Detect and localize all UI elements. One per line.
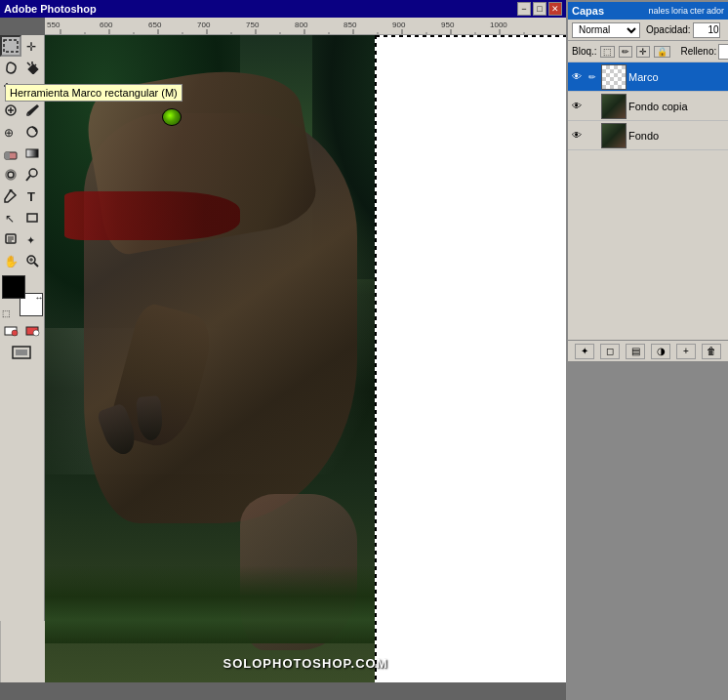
lasso-tool[interactable] bbox=[0, 57, 21, 78]
layer-effects-icon[interactable]: ✦ bbox=[575, 344, 594, 359]
pen-tool[interactable] bbox=[0, 185, 21, 207]
relleno-input[interactable] bbox=[718, 44, 728, 60]
layers-blend-opacity-row: Normal Opacidad: bbox=[568, 20, 728, 41]
eye-icon-fondo-copia[interactable]: 👁 bbox=[570, 100, 584, 113]
text-tool[interactable]: T bbox=[21, 185, 43, 207]
screen-mode-button[interactable] bbox=[0, 342, 43, 363]
foreground-color-swatch[interactable] bbox=[2, 275, 25, 299]
layer-name-fondo: Fondo bbox=[628, 130, 726, 142]
maximize-button[interactable]: □ bbox=[533, 2, 546, 16]
delete-layer-icon[interactable]: 🗑 bbox=[702, 344, 721, 359]
blok-label: Bloq.: bbox=[572, 46, 597, 57]
tool-row-7 bbox=[0, 164, 44, 185]
quick-mask-on[interactable] bbox=[21, 320, 43, 342]
layer-item-fondo[interactable]: 👁 Fondo bbox=[568, 121, 728, 150]
quick-mask-off-icon bbox=[3, 324, 19, 338]
marquee-tool[interactable] bbox=[0, 35, 21, 57]
heal-tool[interactable] bbox=[0, 100, 21, 121]
layers-tab-cter[interactable]: cter bbox=[690, 6, 705, 16]
screen-mode-icon bbox=[11, 345, 32, 360]
eraser-tool[interactable] bbox=[0, 143, 21, 164]
opacity-label: Opacidad: bbox=[646, 24, 691, 35]
brush-icon-fondo bbox=[586, 129, 599, 143]
minimize-button[interactable]: − bbox=[517, 2, 531, 16]
layer-name-marco: Marco bbox=[628, 71, 726, 83]
dino-jaw bbox=[64, 191, 240, 240]
selection-area bbox=[376, 35, 566, 682]
color-swatches[interactable]: ↔ ⬚ bbox=[2, 275, 43, 316]
lock-all-icon[interactable]: 🔒 bbox=[654, 46, 670, 58]
layer-group-icon[interactable]: ▤ bbox=[626, 344, 645, 359]
gradient-tool[interactable] bbox=[21, 143, 43, 164]
layer-mask-icon[interactable]: ◻ bbox=[600, 344, 620, 359]
color-sample-tool[interactable]: ✦ bbox=[21, 228, 43, 250]
blend-mode-dropdown[interactable]: Normal bbox=[572, 22, 640, 38]
lock-transparent-icon[interactable]: ⬚ bbox=[600, 46, 615, 58]
tool-row-11: ✋ bbox=[0, 250, 44, 271]
tool-row-9: ↖ bbox=[0, 207, 44, 228]
layer-adjustment-icon[interactable]: ◑ bbox=[651, 344, 670, 359]
svg-text:950: 950 bbox=[441, 21, 455, 29]
layer-name-fondo-copia: Fondo copia bbox=[628, 101, 726, 112]
brush-icon-fondo-copia bbox=[586, 100, 599, 113]
svg-text:750: 750 bbox=[246, 21, 260, 29]
close-button[interactable]: ✕ bbox=[548, 2, 562, 16]
lasso-icon bbox=[3, 61, 19, 74]
tool-row-4 bbox=[0, 100, 44, 121]
swap-colors-icon[interactable]: ↔ bbox=[35, 293, 43, 301]
brush-tool[interactable] bbox=[21, 100, 43, 121]
layer-item-fondo-copia[interactable]: 👁 Fondo copia bbox=[568, 92, 728, 121]
eye-icon-marco[interactable]: 👁 bbox=[570, 70, 584, 84]
watermark: SOLOPHOTOSHOP.COM bbox=[223, 656, 388, 671]
tool-row-5: ⊕ bbox=[0, 121, 44, 143]
opacity-input[interactable] bbox=[693, 22, 720, 38]
lock-position-icon[interactable]: ✛ bbox=[636, 46, 650, 58]
ground-grass bbox=[45, 565, 377, 643]
selection-border-top bbox=[376, 35, 566, 37]
magic-wand-tool[interactable] bbox=[21, 57, 43, 78]
tool-row-mask bbox=[0, 320, 44, 342]
history-brush-icon bbox=[24, 125, 40, 139]
bottom-gray-panel bbox=[566, 361, 728, 700]
path-select-tool[interactable]: ↖ bbox=[0, 207, 21, 228]
layers-tab-ador[interactable]: ador bbox=[707, 6, 724, 16]
default-colors-icon[interactable]: ⬚ bbox=[2, 309, 10, 316]
marquee-icon bbox=[3, 39, 19, 53]
lock-image-icon[interactable]: ✏ bbox=[619, 46, 632, 58]
ruler-top-svg: 550 600 650 700 750 800 850 900 950 1000 bbox=[45, 18, 566, 35]
clone-tool[interactable]: ⊕ bbox=[0, 121, 21, 143]
svg-text:600: 600 bbox=[100, 21, 113, 29]
pen-icon bbox=[3, 189, 19, 203]
selection-border-left bbox=[375, 35, 377, 682]
dodge-icon bbox=[24, 168, 40, 182]
notes-icon bbox=[3, 232, 19, 246]
new-layer-icon[interactable]: + bbox=[676, 344, 696, 359]
dodge-tool[interactable] bbox=[21, 164, 43, 185]
heal-icon bbox=[3, 103, 19, 117]
hand-tool[interactable]: ✋ bbox=[0, 250, 21, 271]
quick-mask-on-icon bbox=[24, 324, 40, 338]
layer-thumb-fondo bbox=[601, 123, 627, 148]
eye-icon-fondo[interactable]: 👁 bbox=[570, 129, 584, 143]
svg-rect-61 bbox=[27, 214, 37, 222]
notes-tool[interactable] bbox=[0, 228, 21, 250]
history-brush-tool[interactable] bbox=[21, 121, 43, 143]
app-title-bar: Adobe Photoshop − □ ✕ bbox=[0, 0, 566, 18]
layers-tab-loria[interactable]: loria bbox=[671, 6, 688, 16]
layer-item-marco[interactable]: 👁 ✏ Marco bbox=[568, 62, 728, 92]
shape-tool[interactable] bbox=[21, 207, 43, 228]
svg-text:↖: ↖ bbox=[5, 212, 15, 225]
svg-rect-53 bbox=[26, 149, 38, 157]
blur-tool[interactable] bbox=[0, 164, 21, 185]
svg-text:700: 700 bbox=[197, 21, 211, 29]
app-title: Adobe Photoshop bbox=[4, 3, 97, 15]
zoom-tool[interactable] bbox=[21, 250, 43, 271]
svg-text:✛: ✛ bbox=[26, 40, 36, 53]
move-tool[interactable]: ✛ bbox=[21, 35, 43, 57]
layers-tab-nales[interactable]: nales bbox=[648, 6, 669, 16]
tool-row-1: ✛ bbox=[0, 35, 44, 57]
dino-eye bbox=[162, 108, 182, 126]
svg-text:850: 850 bbox=[344, 21, 357, 29]
quick-mask-off[interactable] bbox=[0, 320, 21, 342]
svg-text:✋: ✋ bbox=[4, 254, 19, 268]
